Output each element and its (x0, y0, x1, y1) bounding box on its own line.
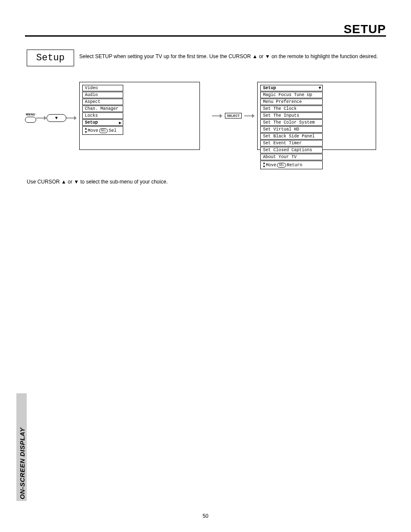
osd-item: Chan. Manager (82, 106, 123, 112)
osd-setup-item: Set Event Timer (260, 140, 323, 146)
intro-text: Select SETUP when setting your TV up for… (79, 53, 386, 60)
menu-button-wrap: MENU (25, 113, 36, 123)
chevron-down-icon: ▼ (318, 86, 321, 90)
side-section-tab: ON-SCREEN DISPLAY (16, 393, 28, 501)
arrow-icon (212, 114, 222, 118)
move-updown-icon: ▲▼ (85, 127, 87, 134)
osd-setup-item: Set The Inputs (260, 112, 323, 119)
remote-select-group: SELECT (212, 113, 255, 118)
chevron-right-icon: ▶ (119, 120, 121, 125)
osd-setup-header: Setup ▼ (260, 85, 323, 91)
osd-setup-item: Set The Clock (260, 106, 323, 112)
osd-item: Audio (82, 92, 123, 98)
osd-setup-item: About Your TV (260, 154, 323, 160)
footer-return-label: Return (287, 163, 302, 168)
osd-item: Aspect (82, 99, 123, 105)
figure-row: MENU ▼ Video Audio Aspect Chan. Manager … (25, 82, 386, 150)
footer-sel-label: Sel (109, 128, 116, 133)
sel-button-icon: SEL (99, 128, 108, 133)
section-title: Setup (36, 53, 65, 63)
osd-setup-item: Magic Focus Tune Up (260, 92, 323, 98)
page-number: 50 (0, 513, 411, 519)
osd-setup-menu: Setup ▼ Magic Focus Tune Up Menu Prefere… (257, 82, 376, 150)
osd-setup-footer: ▲▼ Move SEL Return (260, 161, 323, 169)
osd-main-menu: Video Audio Aspect Chan. Manager Locks S… (79, 82, 200, 150)
down-triangle-icon: ▼ (54, 116, 59, 120)
select-button: SELECT (225, 113, 242, 118)
footer-move-label: Move (88, 128, 98, 133)
osd-setup-item: Set Black Side Panel (260, 133, 323, 140)
sub-instruction-text: Use CURSOR ▲ or ▼ to select the sub-menu… (27, 179, 386, 185)
osd-setup-item: Set Closed Captions (260, 147, 323, 153)
arrow-icon (36, 116, 47, 120)
osd-setup-item: Menu Preference (260, 99, 323, 105)
osd-item-selected: Setup ▶ (82, 119, 123, 126)
menu-button (25, 117, 36, 123)
page-title: SETUP (344, 22, 386, 36)
osd-footer: ▲▼ Move SEL Sel (82, 126, 123, 135)
osd-setup-item: Set The Color System (260, 119, 323, 126)
osd-item-label: Setup (85, 120, 98, 125)
footer-move-label: Move (266, 163, 276, 168)
osd-setup-header-label: Setup (263, 86, 276, 90)
osd-setup-item: Set Virtual HD (260, 126, 323, 133)
header-rule (25, 35, 386, 37)
arrow-icon (66, 116, 77, 120)
sel-button-icon: SEL (277, 163, 286, 168)
cursor-down-button: ▼ (47, 114, 66, 122)
side-tab-label: ON-SCREEN DISPLAY (19, 427, 26, 499)
osd-item: Locks (82, 112, 123, 119)
remote-menu-group: MENU ▼ (25, 113, 77, 123)
osd-item: Video (82, 85, 123, 91)
arrow-icon (244, 114, 255, 118)
menu-label: MENU (25, 113, 36, 116)
move-updown-icon: ▲▼ (263, 162, 265, 168)
section-title-box: Setup (27, 50, 74, 66)
